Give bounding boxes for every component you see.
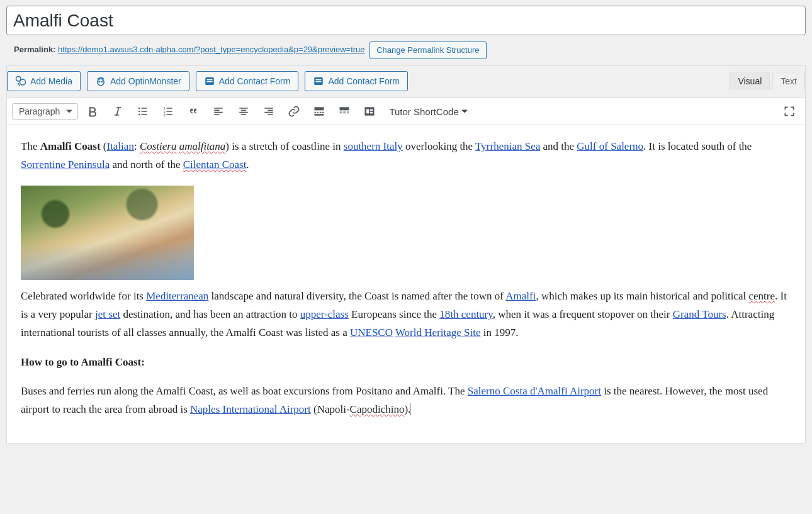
bold-button[interactable]	[82, 101, 103, 121]
media-icon	[15, 75, 26, 87]
format-select[interactable]: Paragraph	[12, 103, 78, 120]
paragraph-1: The Amalfi Coast (Italian: Costiera amal…	[21, 138, 791, 174]
heading-how-to-go: How to go to Amalfi Coast:	[21, 354, 791, 372]
svg-rect-8	[316, 79, 322, 81]
content-image[interactable]	[21, 186, 194, 280]
add-cf-2-label: Add Contact Form	[328, 74, 400, 88]
link-cilentan[interactable]: Cilentan Coast	[183, 159, 247, 170]
blockquote-button[interactable]	[183, 101, 204, 121]
add-optin-label: Add OptinMonster	[110, 74, 181, 88]
link-upper-class[interactable]: upper-class	[300, 308, 349, 320]
link-tyrrhenian-sea[interactable]: Tyrrhenian Sea	[475, 140, 540, 152]
svg-rect-24	[370, 109, 373, 111]
svg-rect-5	[206, 79, 212, 81]
permalink-row: Permalink: https://demo1.awsus3.cdn-alph…	[6, 35, 806, 59]
svg-rect-6	[206, 81, 212, 82]
svg-point-11	[138, 111, 140, 113]
form-icon	[313, 75, 324, 87]
link-southern-italy[interactable]: southern Italy	[344, 140, 403, 152]
svg-point-12	[138, 114, 140, 116]
svg-rect-22	[365, 107, 375, 115]
svg-rect-25	[370, 112, 373, 114]
link-unesco[interactable]: UNESCO	[350, 327, 393, 338]
link-18th-century[interactable]: 18th century	[439, 308, 492, 320]
add-contact-form-button-2[interactable]: Add Contact Form	[305, 71, 408, 91]
link-gulf-salerno[interactable]: Gulf of Salerno	[577, 140, 643, 152]
insert-block-button[interactable]	[359, 101, 380, 121]
form-icon	[204, 75, 215, 87]
post-title-input[interactable]	[6, 6, 806, 35]
svg-rect-20	[344, 111, 346, 113]
svg-rect-23	[366, 109, 369, 114]
svg-point-2	[98, 81, 100, 82]
svg-rect-9	[316, 81, 322, 82]
tutor-shortcode-dropdown[interactable]: Tutor ShortCode	[384, 104, 472, 120]
format-select-label: Paragraph	[19, 106, 60, 116]
add-cf-1-label: Add Contact Form	[219, 74, 291, 88]
svg-text:3: 3	[164, 113, 166, 117]
permalink-url-link[interactable]: https://demo1.awsus3.cdn-alpha.com/?post…	[58, 45, 364, 54]
change-permalink-button[interactable]: Change Permalink Structure	[369, 42, 486, 59]
svg-point-3	[101, 81, 103, 82]
svg-rect-18	[340, 107, 349, 110]
link-naples-airport[interactable]: Naples International Airport	[190, 403, 311, 415]
add-media-button[interactable]: Add Media	[7, 71, 81, 91]
add-media-label: Add Media	[30, 74, 72, 88]
permalink-label: Permalink:	[14, 45, 55, 54]
link-mediterranean[interactable]: Mediterranean	[146, 290, 208, 302]
link-italian[interactable]: Italian	[106, 140, 133, 152]
editor-content[interactable]: The Amalfi Coast (Italian: Costiera amal…	[7, 125, 805, 443]
tab-text[interactable]: Text	[772, 72, 805, 90]
paragraph-2: Celebrated worldwide for its Mediterrane…	[21, 288, 791, 342]
tab-visual[interactable]: Visual	[730, 72, 770, 90]
svg-rect-19	[340, 111, 342, 113]
svg-rect-21	[347, 111, 349, 113]
add-optinmonster-button[interactable]: Add OptinMonster	[87, 71, 189, 91]
align-right-button[interactable]	[258, 101, 279, 121]
optinmonster-icon	[95, 75, 106, 87]
numbered-list-button[interactable]: 123	[157, 101, 179, 121]
svg-point-10	[138, 108, 140, 109]
link-jet-set[interactable]: jet set	[95, 308, 120, 320]
bullet-list-button[interactable]	[132, 101, 154, 121]
svg-rect-16	[315, 107, 324, 110]
link-world-heritage[interactable]: World Heritage Site	[395, 327, 481, 338]
link-sorrentine[interactable]: Sorrentine Peninsula	[21, 159, 110, 170]
italic-button[interactable]	[107, 101, 128, 121]
fullscreen-button[interactable]	[779, 101, 800, 121]
read-more-button[interactable]	[308, 101, 330, 121]
tutor-label: Tutor ShortCode	[389, 106, 458, 117]
svg-rect-17	[315, 114, 324, 116]
align-center-button[interactable]	[233, 101, 254, 121]
link-button[interactable]	[283, 101, 305, 121]
link-salerno-airport[interactable]: Salerno Costa d'Amalfi Airport	[468, 385, 601, 397]
link-grand-tours[interactable]: Grand Tours	[673, 308, 726, 320]
svg-point-1	[98, 79, 104, 86]
align-left-button[interactable]	[208, 101, 229, 121]
add-contact-form-button-1[interactable]: Add Contact Form	[196, 71, 299, 91]
link-amalfi[interactable]: Amalfi	[505, 290, 536, 302]
toolbar-toggle-button[interactable]	[334, 101, 355, 121]
paragraph-3: Buses and ferries run along the Amalfi C…	[21, 383, 791, 419]
